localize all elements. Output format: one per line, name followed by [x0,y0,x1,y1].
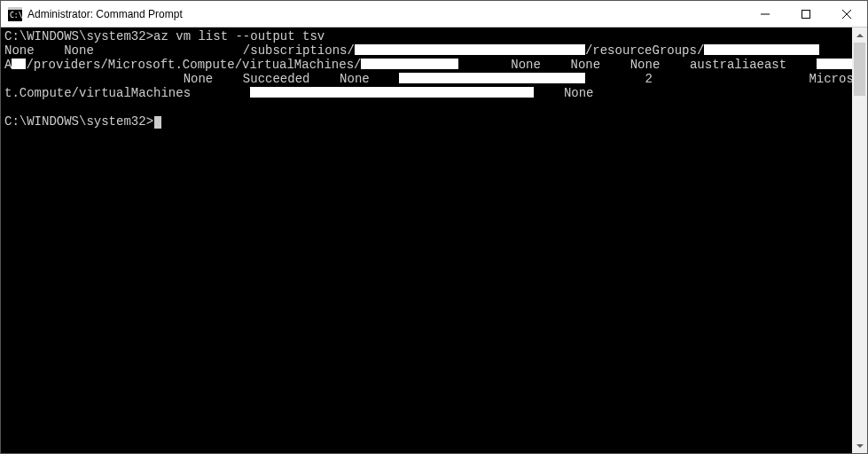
output-resourcegroups: /resourceGroups/ [585,43,704,58]
output-two: 2 [645,72,653,86]
output-none: None [571,58,601,72]
redacted-block [704,44,819,55]
output-location: australiaeast [690,58,786,72]
output-subscriptions: /subscriptions/ [243,43,355,58]
scrollbar-up-button[interactable] [852,27,867,43]
console-output[interactable]: C:\WINDOWS\system32>az vm list --output … [1,27,852,453]
prompt: C:\WINDOWS\system32> [4,29,153,43]
output-none: None [511,58,541,72]
minimize-button[interactable] [745,1,786,27]
output-none: None [630,58,661,72]
output-succeeded: Succeeded [243,72,310,86]
command-text: az vm list --output tsv [153,29,325,43]
output-none: None [564,86,594,100]
cmd-icon: C:\ [8,7,22,21]
output-line2-prefix: A [4,58,12,72]
output-none: None [4,43,35,58]
close-button[interactable] [826,1,867,27]
output-microsof: Microsof [809,72,852,86]
maximize-button[interactable] [786,1,826,27]
output-none: None [340,72,370,86]
titlebar[interactable]: C:\ Administrator: Command Prompt [1,1,867,27]
redacted-block [361,59,458,69]
window-title: Administrator: Command Prompt [27,8,183,20]
svg-rect-1 [8,7,22,10]
window-controls [745,1,867,27]
redacted-block [399,73,585,83]
prompt: C:\WINDOWS\system32> [4,114,153,129]
svg-text:C:\: C:\ [10,12,22,20]
scrollbar-track[interactable] [852,43,867,438]
vertical-scrollbar[interactable] [852,27,867,453]
chevron-up-icon [856,34,864,37]
scrollbar-thumb[interactable] [854,43,865,96]
output-providers-path: /providers/Microsoft.Compute/virtualMach… [26,58,361,72]
chevron-down-icon [856,444,864,448]
client-area: C:\WINDOWS\system32>az vm list --output … [1,27,867,453]
redacted-block [12,59,26,69]
redacted-block [817,59,852,69]
output-none: None [184,72,214,86]
text-cursor [154,116,161,129]
redacted-block [355,44,585,55]
svg-rect-4 [802,10,810,18]
scrollbar-down-button[interactable] [852,438,867,453]
output-none: None [64,43,94,58]
output-tcompute: t.Compute/virtualMachines [4,86,191,100]
redacted-block [250,87,534,98]
